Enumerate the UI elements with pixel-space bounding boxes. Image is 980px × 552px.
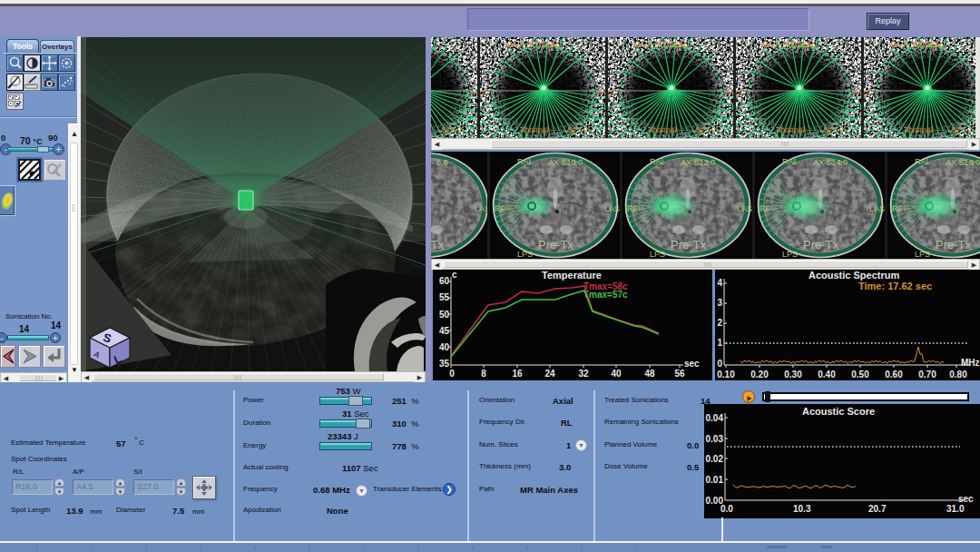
svg-text:3: 3 [717,298,722,308]
svg-text:0.40: 0.40 [818,370,836,380]
svg-text:W·2·: 38.9Sec: W·2·: 38.9Sec [891,40,944,49]
svg-text:2: 2 [717,318,722,328]
svg-text:c: c [452,270,457,280]
svg-text:8.0: 8.0 [436,158,448,167]
svg-text:50: 50 [439,310,450,320]
svg-text:sec: sec [958,494,974,504]
svg-text:56: 56 [674,369,685,379]
svg-text:0.10: 0.10 [717,370,735,380]
svg-text:Tmax=57c: Tmax=57c [583,290,628,300]
svg-text:8: 8 [481,369,486,379]
svg-text:0.30: 0.30 [784,370,802,380]
svg-text:sec: sec [684,359,700,369]
svg-text:0.0: 0.0 [720,504,733,514]
svg-text:W·2·: 31.4Sec: W·2·: 31.4Sec [635,40,688,49]
svg-text:0.80: 0.80 [949,370,967,380]
svg-text:1: 1 [717,338,722,348]
svg-text:0.20: 0.20 [750,370,769,380]
svg-text:45: 45 [439,326,450,336]
svg-text:Acoustic Score: Acoustic Score [802,406,875,417]
svg-text:W·2·: 35.2Sec: W·2·: 35.2Sec [763,40,816,49]
svg-text:0.03: 0.03 [706,434,724,444]
svg-text:0.50: 0.50 [851,370,869,380]
svg-text:0: 0 [717,359,722,369]
svg-text:AX S16.0: AX S16.0 [946,158,980,167]
svg-text:60: 60 [439,276,450,286]
svg-text:4: 4 [717,278,722,288]
svg-text:55: 55 [439,292,450,302]
svg-text:31.0: 31.0 [946,504,965,514]
svg-text:24: 24 [544,369,555,379]
svg-text:W·2·: 27.7Sec: W·2·: 27.7Sec [507,40,560,49]
svg-text:48: 48 [644,369,655,379]
svg-text:AX S12.0: AX S12.0 [681,158,715,167]
svg-text:32: 32 [578,369,589,379]
svg-text:0.60: 0.60 [885,370,903,380]
svg-text:Time: 17.62 sec: Time: 17.62 sec [858,281,932,291]
svg-text:AX S10.0: AX S10.0 [548,158,583,167]
svg-text:40: 40 [439,342,450,352]
svg-text:Acoustic Spectrum: Acoustic Spectrum [808,270,899,281]
svg-text:10.3: 10.3 [793,504,811,514]
svg-text:0: 0 [449,369,455,379]
svg-text:AX S14.0: AX S14.0 [813,158,848,167]
svg-text:20.7: 20.7 [868,504,887,514]
svg-text:0.04: 0.04 [706,413,724,423]
svg-text:0.02: 0.02 [706,454,724,464]
svg-text:16: 16 [512,369,523,379]
svg-text:0.01: 0.01 [706,475,724,485]
svg-text:MHz: MHz [961,358,980,368]
svg-text:40: 40 [611,369,622,379]
svg-text:Temperature: Temperature [542,270,602,281]
svg-text:35: 35 [439,359,450,369]
svg-text:0.70: 0.70 [918,370,936,380]
